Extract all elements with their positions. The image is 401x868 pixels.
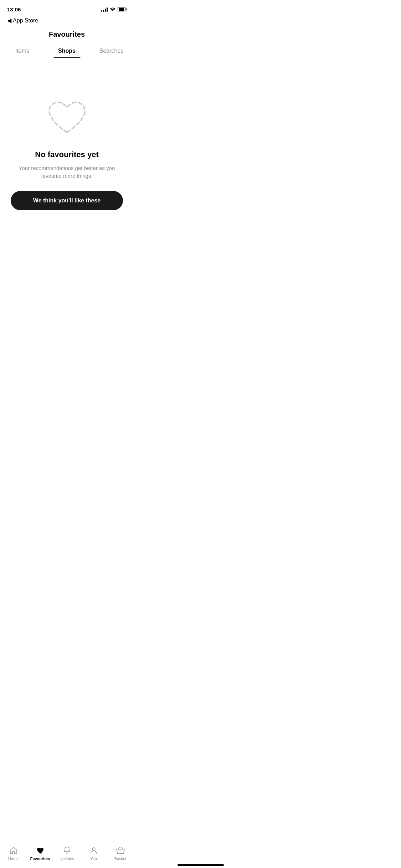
status-bar: 13:06	[0, 0, 134, 16]
battery-icon	[118, 7, 127, 11]
cta-button[interactable]: We think you'll like these	[11, 191, 123, 210]
empty-state: No favourites yet Your recommendations g…	[0, 58, 134, 236]
empty-state-title: No favourites yet	[35, 150, 99, 159]
status-time: 13:06	[7, 6, 21, 12]
page-title: Favourites	[0, 27, 134, 38]
status-icons	[101, 6, 127, 12]
empty-state-subtitle: Your recommendations get better as you f…	[11, 164, 123, 180]
tab-shops[interactable]: Shops	[45, 43, 89, 58]
tab-searches[interactable]: Searches	[89, 43, 134, 58]
tab-items[interactable]: Items	[0, 43, 45, 58]
back-arrow-icon: ◀	[7, 17, 11, 24]
tab-bar: Items Shops Searches	[0, 43, 134, 58]
nav-back[interactable]: ◀ App Store	[0, 16, 134, 27]
signal-icon	[101, 7, 108, 12]
heart-empty-icon	[46, 99, 88, 139]
back-label: App Store	[13, 17, 38, 24]
wifi-icon	[110, 6, 115, 12]
